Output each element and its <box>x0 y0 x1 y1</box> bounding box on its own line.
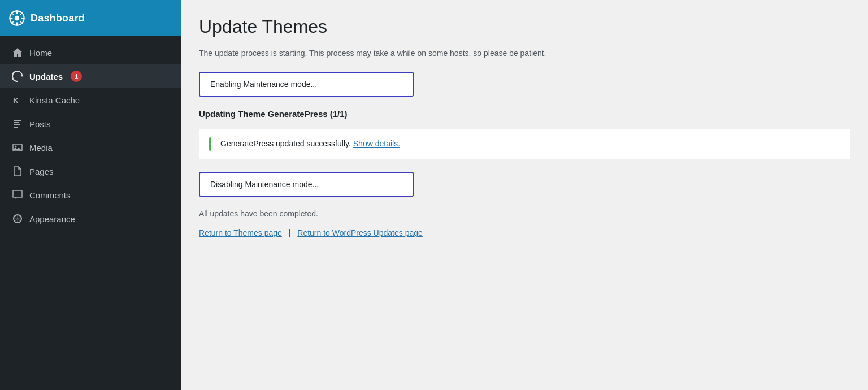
show-details-link[interactable]: Show details. <box>353 139 400 148</box>
disabling-maintenance-box: Disabling Maintenance mode... <box>199 172 414 197</box>
sidebar-item-home[interactable]: Home <box>0 41 181 64</box>
success-indicator-bar <box>209 137 211 151</box>
sidebar-item-home-label: Home <box>29 48 52 58</box>
media-icon <box>11 141 24 154</box>
sidebar-item-media[interactable]: Media <box>0 136 181 159</box>
sidebar-title: Dashboard <box>31 12 85 24</box>
updating-theme-heading: Updating Theme GeneratePress (1/1) <box>199 109 850 119</box>
all-completed-text: All updates have been completed. <box>199 209 850 218</box>
sidebar-item-appearance[interactable]: Appearance <box>0 207 181 231</box>
kinsta-icon: K <box>11 94 24 106</box>
home-icon <box>11 46 24 59</box>
svg-point-4 <box>15 146 17 148</box>
sidebar-item-posts-label: Posts <box>29 119 51 129</box>
description-text: The update process is starting. This pro… <box>199 47 850 59</box>
dashboard-icon <box>9 10 25 26</box>
sidebar-item-pages-label: Pages <box>29 167 54 176</box>
sidebar-item-kinsta-cache[interactable]: K Kinsta Cache <box>0 88 181 112</box>
disabling-maintenance-text: Disabling Maintenance mode... <box>210 180 319 189</box>
sidebar-item-kinsta-label: Kinsta Cache <box>29 96 80 105</box>
sidebar: Dashboard Home Updates 1 K Kinsta Cache <box>0 0 181 390</box>
success-text-container: GeneratePress updated successfully. Show… <box>220 137 400 151</box>
sidebar-item-comments[interactable]: Comments <box>0 183 181 207</box>
sidebar-item-media-label: Media <box>29 143 53 153</box>
success-box: GeneratePress updated successfully. Show… <box>199 129 850 159</box>
updates-badge: 1 <box>71 71 82 82</box>
enabling-maintenance-text: Enabling Maintenance mode... <box>210 80 317 89</box>
return-updates-link[interactable]: Return to WordPress Updates page <box>297 228 423 237</box>
appearance-icon <box>11 213 24 225</box>
sidebar-header[interactable]: Dashboard <box>0 0 181 36</box>
pages-icon <box>11 165 24 177</box>
sidebar-item-updates[interactable]: Updates 1 <box>0 64 181 88</box>
main-content: Update Themes The update process is star… <box>181 0 868 390</box>
return-themes-link[interactable]: Return to Themes page <box>199 228 282 237</box>
sidebar-item-posts[interactable]: Posts <box>0 112 181 136</box>
posts-icon <box>11 118 24 130</box>
sidebar-item-pages[interactable]: Pages <box>0 159 181 183</box>
comments-icon <box>11 189 24 201</box>
svg-point-1 <box>15 16 19 20</box>
page-title: Update Themes <box>199 16 850 37</box>
success-message: GeneratePress updated successfully. <box>220 139 351 148</box>
link-separator: | <box>289 228 291 237</box>
svg-text:K: K <box>13 96 19 105</box>
sidebar-item-updates-label: Updates <box>29 72 63 81</box>
sidebar-nav: Home Updates 1 K Kinsta Cache Posts <box>0 36 181 390</box>
enabling-maintenance-box: Enabling Maintenance mode... <box>199 72 414 97</box>
return-links: Return to Themes page | Return to WordPr… <box>199 228 850 237</box>
updates-icon <box>11 70 24 83</box>
sidebar-item-comments-label: Comments <box>29 190 71 200</box>
sidebar-item-appearance-label: Appearance <box>29 214 75 224</box>
